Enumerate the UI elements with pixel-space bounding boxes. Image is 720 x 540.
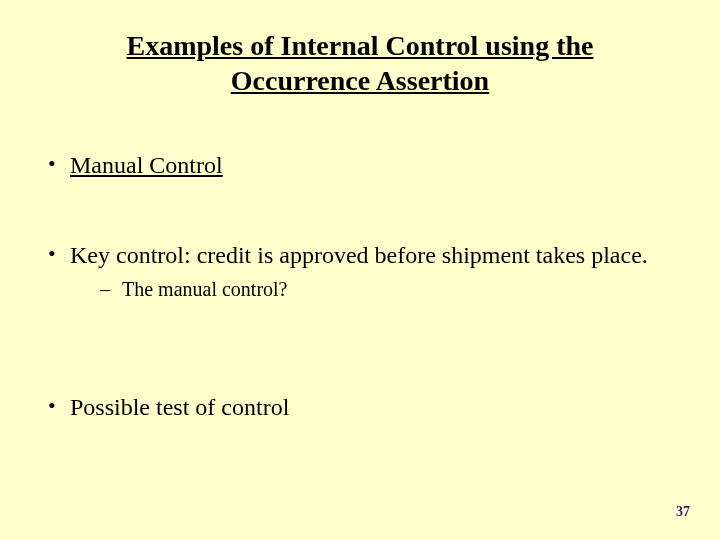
- bullet-text: Key control: credit is approved before s…: [70, 242, 648, 268]
- bullet-possible-test: Possible test of control: [40, 392, 680, 422]
- slide-title: Examples of Internal Control using the O…: [0, 0, 720, 98]
- bullet-text: Possible test of control: [70, 394, 289, 420]
- bullet-key-control: Key control: credit is approved before s…: [40, 240, 680, 302]
- title-line-1: Examples of Internal Control using the: [127, 30, 594, 61]
- bullet-manual-control: Manual Control: [40, 150, 680, 180]
- subbullet-manual-control-question: The manual control?: [70, 276, 680, 302]
- slide-body: Manual Control Key control: credit is ap…: [40, 150, 680, 422]
- title-line-2: Occurrence Assertion: [231, 65, 489, 96]
- bullet-text: Manual Control: [70, 152, 223, 178]
- slide: Examples of Internal Control using the O…: [0, 0, 720, 540]
- subbullet-text: The manual control?: [122, 278, 288, 300]
- page-number: 37: [676, 504, 690, 520]
